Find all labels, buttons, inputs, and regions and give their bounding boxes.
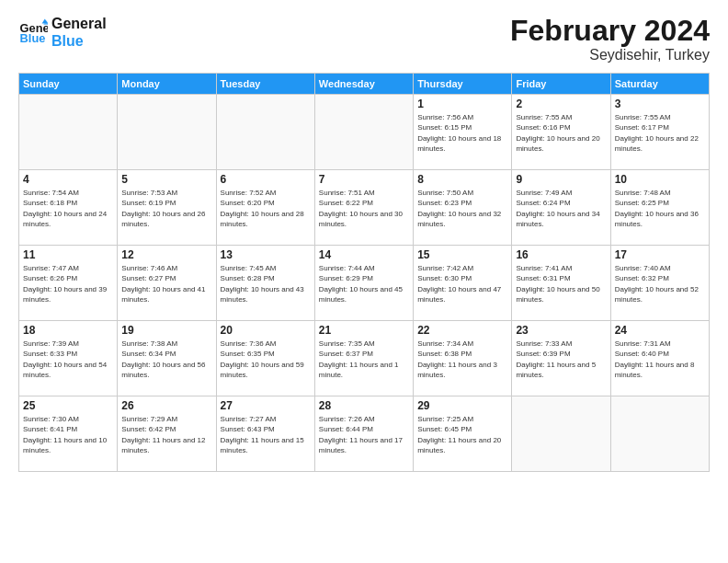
day-cell xyxy=(610,396,709,472)
day-number: 6 xyxy=(221,173,311,186)
day-info: Sunrise: 7:36 AMSunset: 6:35 PMDaylight:… xyxy=(221,339,311,380)
day-cell xyxy=(314,95,413,170)
day-number: 16 xyxy=(516,248,606,261)
svg-text:Blue: Blue xyxy=(20,31,46,45)
day-info: Sunrise: 7:38 AMSunset: 6:34 PMDaylight:… xyxy=(121,339,211,380)
day-cell: 18Sunrise: 7:39 AMSunset: 6:33 PMDayligh… xyxy=(19,321,118,396)
day-cell xyxy=(512,396,610,472)
day-cell: 10Sunrise: 7:48 AMSunset: 6:25 PMDayligh… xyxy=(610,170,709,246)
day-number: 14 xyxy=(319,248,409,261)
day-cell: 4Sunrise: 7:54 AMSunset: 6:18 PMDaylight… xyxy=(19,170,118,246)
day-number: 5 xyxy=(121,173,211,186)
day-cell: 15Sunrise: 7:42 AMSunset: 6:30 PMDayligh… xyxy=(414,246,512,321)
week-row-5: 25Sunrise: 7:30 AMSunset: 6:41 PMDayligh… xyxy=(19,396,710,472)
day-cell: 24Sunrise: 7:31 AMSunset: 6:40 PMDayligh… xyxy=(610,321,709,396)
day-info: Sunrise: 7:25 AMSunset: 6:45 PMDaylight:… xyxy=(417,414,507,455)
day-info: Sunrise: 7:50 AMSunset: 6:23 PMDaylight:… xyxy=(417,188,507,229)
day-info: Sunrise: 7:56 AMSunset: 6:15 PMDaylight:… xyxy=(417,112,507,154)
day-cell: 22Sunrise: 7:34 AMSunset: 6:38 PMDayligh… xyxy=(414,321,512,396)
day-cell xyxy=(216,95,314,170)
day-number: 20 xyxy=(221,324,311,337)
day-info: Sunrise: 7:42 AMSunset: 6:30 PMDaylight:… xyxy=(417,263,507,304)
day-cell: 7Sunrise: 7:51 AMSunset: 6:22 PMDaylight… xyxy=(314,170,413,246)
day-info: Sunrise: 7:26 AMSunset: 6:44 PMDaylight:… xyxy=(319,414,409,455)
day-cell: 11Sunrise: 7:47 AMSunset: 6:26 PMDayligh… xyxy=(19,246,118,321)
day-cell: 27Sunrise: 7:27 AMSunset: 6:43 PMDayligh… xyxy=(216,396,314,472)
day-number: 3 xyxy=(615,98,705,110)
day-cell: 6Sunrise: 7:52 AMSunset: 6:20 PMDaylight… xyxy=(216,170,314,246)
day-cell: 12Sunrise: 7:46 AMSunset: 6:27 PMDayligh… xyxy=(118,246,216,321)
day-cell: 3Sunrise: 7:55 AMSunset: 6:17 PMDaylight… xyxy=(610,95,709,170)
day-number: 7 xyxy=(319,173,409,186)
col-header-monday: Monday xyxy=(118,74,216,95)
day-cell: 28Sunrise: 7:26 AMSunset: 6:44 PMDayligh… xyxy=(314,396,413,472)
day-number: 1 xyxy=(417,98,507,110)
day-info: Sunrise: 7:27 AMSunset: 6:43 PMDaylight:… xyxy=(221,414,311,455)
day-cell: 26Sunrise: 7:29 AMSunset: 6:42 PMDayligh… xyxy=(118,396,216,472)
day-info: Sunrise: 7:29 AMSunset: 6:42 PMDaylight:… xyxy=(121,414,211,455)
logo-line2: Blue xyxy=(51,32,107,50)
day-number: 19 xyxy=(121,324,211,337)
day-number: 21 xyxy=(319,324,409,337)
col-header-friday: Friday xyxy=(512,74,610,95)
day-info: Sunrise: 7:35 AMSunset: 6:37 PMDaylight:… xyxy=(319,339,409,380)
day-info: Sunrise: 7:33 AMSunset: 6:39 PMDaylight:… xyxy=(516,339,606,380)
day-info: Sunrise: 7:39 AMSunset: 6:33 PMDaylight:… xyxy=(23,339,113,380)
day-cell: 29Sunrise: 7:25 AMSunset: 6:45 PMDayligh… xyxy=(414,396,512,472)
month-year-title: February 2024 xyxy=(510,15,710,47)
day-number: 17 xyxy=(615,248,705,261)
day-number: 25 xyxy=(23,399,113,412)
day-info: Sunrise: 7:30 AMSunset: 6:41 PMDaylight:… xyxy=(23,414,113,455)
day-cell: 1Sunrise: 7:56 AMSunset: 6:15 PMDaylight… xyxy=(414,95,512,170)
col-header-tuesday: Tuesday xyxy=(216,74,314,95)
day-number: 10 xyxy=(615,173,705,186)
week-row-4: 18Sunrise: 7:39 AMSunset: 6:33 PMDayligh… xyxy=(19,321,710,396)
col-header-thursday: Thursday xyxy=(414,74,512,95)
day-info: Sunrise: 7:45 AMSunset: 6:28 PMDaylight:… xyxy=(221,263,311,304)
col-header-saturday: Saturday xyxy=(610,74,709,95)
day-number: 18 xyxy=(23,324,113,337)
day-number: 26 xyxy=(121,399,211,412)
day-info: Sunrise: 7:55 AMSunset: 6:17 PMDaylight:… xyxy=(615,112,705,154)
day-info: Sunrise: 7:46 AMSunset: 6:27 PMDaylight:… xyxy=(121,263,211,304)
day-number: 24 xyxy=(615,324,705,337)
week-row-3: 11Sunrise: 7:47 AMSunset: 6:26 PMDayligh… xyxy=(19,246,710,321)
day-cell: 9Sunrise: 7:49 AMSunset: 6:24 PMDaylight… xyxy=(512,170,610,246)
day-info: Sunrise: 7:49 AMSunset: 6:24 PMDaylight:… xyxy=(516,188,606,229)
day-cell: 17Sunrise: 7:40 AMSunset: 6:32 PMDayligh… xyxy=(610,246,709,321)
day-info: Sunrise: 7:48 AMSunset: 6:25 PMDaylight:… xyxy=(615,188,705,229)
logo-icon: General Blue xyxy=(18,17,48,47)
day-info: Sunrise: 7:52 AMSunset: 6:20 PMDaylight:… xyxy=(221,188,311,229)
day-cell xyxy=(118,95,216,170)
day-info: Sunrise: 7:44 AMSunset: 6:29 PMDaylight:… xyxy=(319,263,409,304)
week-row-1: 1Sunrise: 7:56 AMSunset: 6:15 PMDaylight… xyxy=(19,95,710,170)
day-info: Sunrise: 7:47 AMSunset: 6:26 PMDaylight:… xyxy=(23,263,113,304)
day-cell: 2Sunrise: 7:55 AMSunset: 6:16 PMDaylight… xyxy=(512,95,610,170)
day-number: 12 xyxy=(121,248,211,261)
logo-line1: General xyxy=(51,15,107,32)
day-number: 22 xyxy=(417,324,507,337)
day-info: Sunrise: 7:51 AMSunset: 6:22 PMDaylight:… xyxy=(319,188,409,229)
day-cell: 8Sunrise: 7:50 AMSunset: 6:23 PMDaylight… xyxy=(414,170,512,246)
day-number: 27 xyxy=(221,399,311,412)
day-number: 23 xyxy=(516,324,606,337)
day-number: 8 xyxy=(417,173,507,186)
day-cell: 19Sunrise: 7:38 AMSunset: 6:34 PMDayligh… xyxy=(118,321,216,396)
day-info: Sunrise: 7:55 AMSunset: 6:16 PMDaylight:… xyxy=(516,112,606,154)
header: General Blue General Blue February 2024 … xyxy=(18,15,710,63)
day-cell: 25Sunrise: 7:30 AMSunset: 6:41 PMDayligh… xyxy=(19,396,118,472)
day-info: Sunrise: 7:40 AMSunset: 6:32 PMDaylight:… xyxy=(615,263,705,304)
day-number: 4 xyxy=(23,173,113,186)
day-cell: 20Sunrise: 7:36 AMSunset: 6:35 PMDayligh… xyxy=(216,321,314,396)
day-cell: 23Sunrise: 7:33 AMSunset: 6:39 PMDayligh… xyxy=(512,321,610,396)
location-subtitle: Seydisehir, Turkey xyxy=(510,47,710,63)
day-info: Sunrise: 7:34 AMSunset: 6:38 PMDaylight:… xyxy=(417,339,507,380)
col-header-sunday: Sunday xyxy=(19,74,118,95)
day-cell xyxy=(19,95,118,170)
day-cell: 14Sunrise: 7:44 AMSunset: 6:29 PMDayligh… xyxy=(314,246,413,321)
day-number: 13 xyxy=(221,248,311,261)
col-header-wednesday: Wednesday xyxy=(314,74,413,95)
header-row: SundayMondayTuesdayWednesdayThursdayFrid… xyxy=(19,74,710,95)
day-number: 29 xyxy=(417,399,507,412)
day-cell: 13Sunrise: 7:45 AMSunset: 6:28 PMDayligh… xyxy=(216,246,314,321)
